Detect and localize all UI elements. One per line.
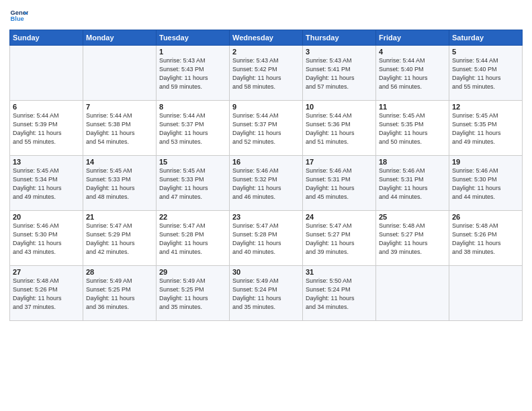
day-number: 1 [159, 48, 226, 56]
calendar-cell: 15Sunrise: 5:45 AM Sunset: 5:33 PM Dayli… [157, 156, 230, 211]
calendar-cell: 9Sunrise: 5:44 AM Sunset: 5:37 PM Daylig… [230, 101, 303, 156]
day-info: Sunrise: 5:50 AM Sunset: 5:24 PM Dayligh… [306, 277, 373, 312]
calendar-cell: 3Sunrise: 5:43 AM Sunset: 5:41 PM Daylig… [303, 46, 376, 101]
calendar-cell: 8Sunrise: 5:44 AM Sunset: 5:37 PM Daylig… [157, 101, 230, 156]
day-number: 14 [86, 158, 153, 166]
day-info: Sunrise: 5:43 AM Sunset: 5:42 PM Dayligh… [232, 56, 300, 91]
day-number: 21 [86, 213, 153, 221]
calendar-cell: 20Sunrise: 5:46 AM Sunset: 5:30 PM Dayli… [10, 211, 83, 266]
calendar-table: SundayMondayTuesdayWednesdayThursdayFrid… [9, 30, 523, 321]
day-number: 7 [86, 103, 153, 111]
day-info: Sunrise: 5:43 AM Sunset: 5:41 PM Dayligh… [306, 56, 373, 91]
svg-text:Blue: Blue [11, 15, 24, 22]
day-number: 24 [306, 213, 373, 221]
weekday-header-monday: Monday [83, 30, 157, 46]
day-info: Sunrise: 5:46 AM Sunset: 5:30 PM Dayligh… [452, 167, 519, 201]
day-info: Sunrise: 5:45 AM Sunset: 5:35 PM Dayligh… [452, 111, 519, 146]
weekday-header-tuesday: Tuesday [157, 30, 230, 46]
day-number: 20 [13, 213, 80, 221]
day-number: 30 [232, 268, 300, 276]
day-info: Sunrise: 5:44 AM Sunset: 5:36 PM Dayligh… [306, 111, 373, 146]
calendar-cell: 24Sunrise: 5:47 AM Sunset: 5:27 PM Dayli… [303, 211, 376, 266]
calendar-cell: 16Sunrise: 5:46 AM Sunset: 5:32 PM Dayli… [230, 156, 303, 211]
calendar-cell [10, 46, 83, 101]
day-number: 13 [13, 158, 80, 166]
calendar-cell: 11Sunrise: 5:45 AM Sunset: 5:35 PM Dayli… [376, 101, 449, 156]
day-number: 28 [86, 268, 153, 276]
logo-icon: General Blue [9, 7, 28, 26]
day-info: Sunrise: 5:47 AM Sunset: 5:27 PM Dayligh… [306, 222, 373, 257]
calendar-cell: 17Sunrise: 5:46 AM Sunset: 5:31 PM Dayli… [303, 156, 376, 211]
day-number: 3 [306, 48, 373, 56]
day-info: Sunrise: 5:45 AM Sunset: 5:34 PM Dayligh… [13, 167, 80, 201]
logo: General Blue [9, 7, 31, 26]
day-number: 22 [159, 213, 226, 221]
day-number: 29 [159, 268, 226, 276]
day-number: 12 [452, 103, 519, 111]
day-number: 23 [232, 213, 300, 221]
calendar-cell: 12Sunrise: 5:45 AM Sunset: 5:35 PM Dayli… [449, 101, 523, 156]
day-info: Sunrise: 5:45 AM Sunset: 5:33 PM Dayligh… [159, 167, 226, 201]
day-info: Sunrise: 5:49 AM Sunset: 5:24 PM Dayligh… [232, 277, 300, 312]
day-number: 9 [232, 103, 300, 111]
day-number: 15 [159, 158, 226, 166]
day-info: Sunrise: 5:43 AM Sunset: 5:43 PM Dayligh… [159, 56, 226, 91]
day-info: Sunrise: 5:44 AM Sunset: 5:37 PM Dayligh… [232, 111, 300, 146]
day-info: Sunrise: 5:45 AM Sunset: 5:35 PM Dayligh… [379, 111, 446, 146]
day-info: Sunrise: 5:47 AM Sunset: 5:29 PM Dayligh… [86, 222, 153, 257]
weekday-header-wednesday: Wednesday [230, 30, 303, 46]
weekday-header-saturday: Saturday [449, 30, 523, 46]
calendar-cell: 25Sunrise: 5:48 AM Sunset: 5:27 PM Dayli… [376, 211, 449, 266]
calendar-cell: 7Sunrise: 5:44 AM Sunset: 5:38 PM Daylig… [83, 101, 157, 156]
day-number: 16 [232, 158, 300, 166]
calendar-cell: 2Sunrise: 5:43 AM Sunset: 5:42 PM Daylig… [230, 46, 303, 101]
calendar-cell: 5Sunrise: 5:44 AM Sunset: 5:40 PM Daylig… [449, 46, 523, 101]
day-number: 17 [306, 158, 373, 166]
calendar-cell: 14Sunrise: 5:45 AM Sunset: 5:33 PM Dayli… [83, 156, 157, 211]
day-number: 26 [452, 213, 519, 221]
calendar-cell: 31Sunrise: 5:50 AM Sunset: 5:24 PM Dayli… [303, 266, 376, 321]
calendar-cell: 27Sunrise: 5:48 AM Sunset: 5:26 PM Dayli… [10, 266, 83, 321]
day-info: Sunrise: 5:46 AM Sunset: 5:31 PM Dayligh… [306, 167, 373, 201]
day-number: 8 [159, 103, 226, 111]
day-info: Sunrise: 5:48 AM Sunset: 5:27 PM Dayligh… [379, 222, 446, 257]
calendar-cell: 29Sunrise: 5:49 AM Sunset: 5:25 PM Dayli… [157, 266, 230, 321]
weekday-header-thursday: Thursday [303, 30, 376, 46]
calendar-cell: 26Sunrise: 5:48 AM Sunset: 5:26 PM Dayli… [449, 211, 523, 266]
day-number: 11 [379, 103, 446, 111]
day-info: Sunrise: 5:46 AM Sunset: 5:30 PM Dayligh… [13, 222, 80, 257]
day-number: 19 [452, 158, 519, 166]
day-number: 31 [306, 268, 373, 276]
day-info: Sunrise: 5:48 AM Sunset: 5:26 PM Dayligh… [13, 277, 80, 312]
day-info: Sunrise: 5:49 AM Sunset: 5:25 PM Dayligh… [86, 277, 153, 312]
calendar-cell: 30Sunrise: 5:49 AM Sunset: 5:24 PM Dayli… [230, 266, 303, 321]
day-number: 18 [379, 158, 446, 166]
day-info: Sunrise: 5:46 AM Sunset: 5:32 PM Dayligh… [232, 167, 300, 201]
calendar-cell: 18Sunrise: 5:46 AM Sunset: 5:31 PM Dayli… [376, 156, 449, 211]
day-info: Sunrise: 5:48 AM Sunset: 5:26 PM Dayligh… [452, 222, 519, 257]
day-number: 2 [232, 48, 300, 56]
calendar-cell [376, 266, 449, 321]
day-info: Sunrise: 5:44 AM Sunset: 5:39 PM Dayligh… [13, 111, 80, 146]
day-number: 27 [13, 268, 80, 276]
day-number: 6 [13, 103, 80, 111]
day-info: Sunrise: 5:44 AM Sunset: 5:40 PM Dayligh… [452, 56, 519, 91]
calendar-cell: 19Sunrise: 5:46 AM Sunset: 5:30 PM Dayli… [449, 156, 523, 211]
day-number: 25 [379, 213, 446, 221]
calendar-cell: 22Sunrise: 5:47 AM Sunset: 5:28 PM Dayli… [157, 211, 230, 266]
calendar-cell: 4Sunrise: 5:44 AM Sunset: 5:40 PM Daylig… [376, 46, 449, 101]
day-info: Sunrise: 5:46 AM Sunset: 5:31 PM Dayligh… [379, 167, 446, 201]
calendar-cell: 6Sunrise: 5:44 AM Sunset: 5:39 PM Daylig… [10, 101, 83, 156]
day-info: Sunrise: 5:44 AM Sunset: 5:37 PM Dayligh… [159, 111, 226, 146]
calendar-cell: 21Sunrise: 5:47 AM Sunset: 5:29 PM Dayli… [83, 211, 157, 266]
day-number: 5 [452, 48, 519, 56]
day-info: Sunrise: 5:44 AM Sunset: 5:38 PM Dayligh… [86, 111, 153, 146]
calendar-cell: 13Sunrise: 5:45 AM Sunset: 5:34 PM Dayli… [10, 156, 83, 211]
calendar-cell [449, 266, 523, 321]
day-info: Sunrise: 5:49 AM Sunset: 5:25 PM Dayligh… [159, 277, 226, 312]
calendar-cell: 28Sunrise: 5:49 AM Sunset: 5:25 PM Dayli… [83, 266, 157, 321]
day-info: Sunrise: 5:47 AM Sunset: 5:28 PM Dayligh… [159, 222, 226, 257]
day-number: 4 [379, 48, 446, 56]
calendar-cell: 1Sunrise: 5:43 AM Sunset: 5:43 PM Daylig… [157, 46, 230, 101]
weekday-header-sunday: Sunday [10, 30, 83, 46]
